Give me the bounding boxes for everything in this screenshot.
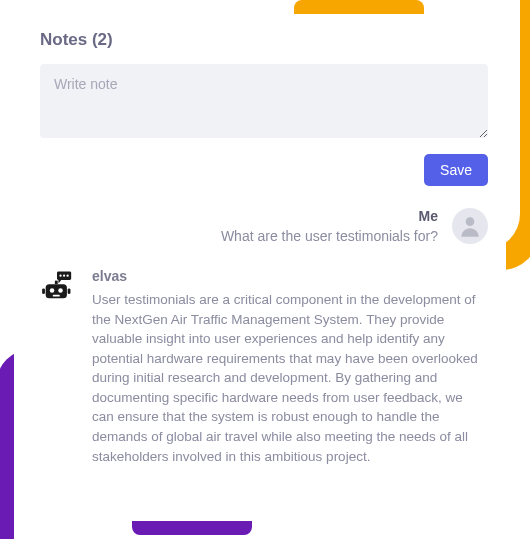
svg-point-3 — [63, 275, 65, 277]
svg-point-7 — [58, 288, 63, 293]
decorative-tab-purple — [132, 521, 252, 535]
notes-panel: Notes (2) Save Me What are the user test… — [22, 14, 506, 490]
note-actions: Save — [40, 154, 488, 186]
user-avatar-icon — [452, 208, 488, 244]
svg-rect-11 — [55, 281, 58, 285]
me-text: What are the user testimonials for? — [221, 228, 438, 244]
svg-rect-9 — [42, 288, 45, 294]
thread: Me What are the user testimonials for? — [40, 208, 488, 466]
save-button[interactable]: Save — [424, 154, 488, 186]
decorative-tab-orange — [294, 0, 424, 15]
svg-rect-10 — [68, 288, 71, 294]
svg-point-6 — [50, 288, 55, 293]
message-bot: elvas User testimonials are a critical c… — [40, 268, 488, 466]
svg-point-0 — [466, 217, 475, 226]
svg-rect-8 — [53, 295, 60, 297]
notes-title: Notes (2) — [40, 30, 488, 50]
bot-icon — [40, 268, 76, 308]
me-name: Me — [221, 208, 438, 224]
bot-text: User testimonials are a critical compone… — [92, 290, 488, 466]
svg-point-4 — [66, 275, 68, 277]
message-me: Me What are the user testimonials for? — [40, 208, 488, 244]
bot-name: elvas — [92, 268, 488, 284]
svg-point-2 — [59, 275, 61, 277]
note-input[interactable] — [40, 64, 488, 138]
